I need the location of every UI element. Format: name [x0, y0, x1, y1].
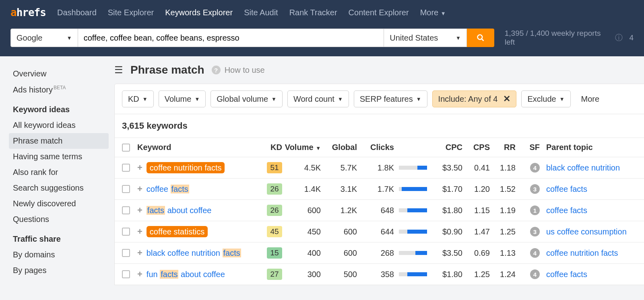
row-checkbox[interactable]: [122, 185, 130, 193]
country-select[interactable]: United States ▼: [384, 29, 467, 47]
sidebar-item-newly-discovered[interactable]: Newly discovered: [9, 196, 109, 212]
row-checkbox[interactable]: [122, 164, 130, 172]
sidebar-item-search-suggestions[interactable]: Search suggestions: [9, 180, 109, 196]
col-cpc[interactable]: CPC: [428, 143, 462, 152]
chevron-down-icon: ▼: [194, 96, 200, 102]
cell-cps: 1.47: [463, 227, 490, 236]
chevron-down-icon: ▼: [416, 96, 421, 102]
row-checkbox[interactable]: [122, 228, 130, 236]
expand-icon[interactable]: +: [137, 269, 142, 279]
keyword-search-input[interactable]: [78, 29, 384, 47]
col-kd[interactable]: KD: [255, 143, 282, 152]
parent-topic-link[interactable]: coffee facts: [546, 185, 587, 193]
svg-point-0: [477, 35, 482, 40]
col-keyword[interactable]: Keyword: [137, 143, 254, 152]
main-content: ☰ Phrase match ? How to use KD ▼Volume ▼…: [109, 56, 644, 285]
filter-kd[interactable]: KD ▼: [122, 90, 154, 107]
col-volume[interactable]: Volume ▼: [283, 143, 321, 152]
keyword-count: 3,615 keywords: [114, 114, 644, 138]
kd-badge: 26: [267, 205, 282, 216]
top-nav: ahrefs DashboardSite ExplorerKeywords Ex…: [0, 0, 644, 25]
clicks-bar: [399, 272, 427, 276]
chevron-down-icon: ▼: [456, 35, 461, 41]
filter-volume[interactable]: Volume ▼: [159, 90, 206, 107]
row-checkbox[interactable]: [122, 249, 130, 257]
page-title: Phrase match: [130, 64, 204, 76]
keyword-link[interactable]: coffee statistics: [147, 227, 208, 236]
sidebar-heading-keyword-ideas: Keyword ideas: [9, 98, 109, 117]
cell-volume: 450: [283, 227, 321, 236]
parent-topic-link[interactable]: black coffee nutrition: [546, 163, 620, 172]
cell-cps: 0.41: [463, 163, 490, 173]
cell-global: 600: [322, 249, 357, 258]
expand-icon[interactable]: +: [137, 162, 142, 173]
filter-serp-features[interactable]: SERP features ▼: [354, 90, 427, 107]
col-rr[interactable]: RR: [491, 143, 516, 152]
help-icon[interactable]: ⓘ: [615, 33, 623, 43]
clicks-bar: [399, 166, 427, 170]
col-clicks[interactable]: Clicks: [358, 143, 394, 152]
nav-content-explorer[interactable]: Content Explorer: [349, 8, 409, 17]
filter-word-count[interactable]: Word count ▼: [287, 90, 349, 107]
expand-icon[interactable]: +: [137, 248, 142, 258]
chevron-down-icon: ▼: [67, 35, 72, 41]
close-icon[interactable]: ✕: [503, 94, 510, 104]
col-sf[interactable]: SF: [516, 143, 540, 152]
search-button[interactable]: [467, 29, 494, 47]
expand-icon[interactable]: +: [137, 226, 142, 237]
nav-keywords-explorer[interactable]: Keywords Explorer: [165, 8, 233, 17]
table-row: +coffee statistics45450600644$0.901.471.…: [115, 221, 644, 242]
chevron-down-icon: ▼: [142, 96, 148, 102]
keyword-link[interactable]: facts about coffee: [147, 206, 212, 215]
expand-icon[interactable]: +: [137, 205, 142, 216]
filter-more[interactable]: More: [576, 90, 605, 107]
filter-include[interactable]: Include: Any of 4 ✕: [432, 90, 517, 107]
cell-cpc: $0.90: [428, 227, 462, 236]
cell-clicks: 1.8K: [358, 163, 394, 173]
filter-global-volume[interactable]: Global volume ▼: [211, 90, 283, 107]
nav-site-explorer[interactable]: Site Explorer: [108, 8, 154, 17]
parent-topic-link[interactable]: coffee nutrition facts: [546, 249, 618, 257]
sidebar-item-overview[interactable]: Overview: [9, 66, 109, 82]
cell-cps: 0.69: [463, 249, 490, 258]
keyword-link[interactable]: coffee nutrition facts: [147, 163, 225, 173]
sidebar-item-ads-history[interactable]: Ads historyBETA: [9, 82, 109, 98]
col-cps[interactable]: CPS: [463, 143, 490, 152]
col-global[interactable]: Global: [322, 143, 357, 152]
col-parent[interactable]: Parent topic: [541, 143, 644, 152]
sidebar-item-by-pages[interactable]: By pages: [9, 263, 109, 278]
cell-rr: 1.24: [491, 270, 516, 279]
select-all-checkbox[interactable]: [122, 144, 130, 152]
cell-rr: 1.25: [491, 227, 516, 236]
keyword-link[interactable]: fun facts about coffee: [147, 270, 225, 279]
expand-icon[interactable]: +: [137, 184, 142, 194]
filter-exclude[interactable]: Exclude▼: [521, 90, 570, 107]
parent-topic-link[interactable]: coffee facts: [546, 206, 587, 215]
sidebar-item-all-keyword-ideas[interactable]: All keyword ideas: [9, 117, 109, 133]
nav-more[interactable]: More ▼: [420, 8, 446, 17]
parent-topic-link[interactable]: us coffee consumption: [546, 227, 627, 236]
nav-site-audit[interactable]: Site Audit: [244, 8, 278, 17]
cell-volume: 300: [283, 270, 321, 279]
sidebar-item-questions[interactable]: Questions: [9, 212, 109, 227]
search-engine-select[interactable]: Google ▼: [10, 29, 78, 47]
sort-desc-icon: ▼: [316, 145, 321, 151]
row-checkbox[interactable]: [122, 270, 130, 278]
cell-clicks: 268: [358, 249, 394, 258]
cell-cpc: $1.80: [428, 270, 462, 279]
logo[interactable]: ahrefs: [10, 6, 46, 18]
row-checkbox[interactable]: [122, 206, 130, 214]
nav-rank-tracker[interactable]: Rank Tracker: [289, 8, 337, 17]
keyword-link[interactable]: coffee facts: [147, 185, 189, 194]
clicks-bar: [399, 187, 427, 191]
sidebar-item-by-domains[interactable]: By domains: [9, 247, 109, 263]
sidebar-item-also-rank-for[interactable]: Also rank for: [9, 164, 109, 180]
nav-dashboard[interactable]: Dashboard: [57, 8, 97, 17]
how-to-use-link[interactable]: ? How to use: [212, 66, 265, 75]
kd-badge: 15: [267, 247, 282, 259]
sidebar-item-phrase-match[interactable]: Phrase match: [9, 133, 109, 149]
parent-topic-link[interactable]: coffee facts: [546, 270, 587, 279]
keyword-link[interactable]: black coffee nutrition facts: [147, 249, 241, 258]
sidebar-item-having-same-terms[interactable]: Having same terms: [9, 149, 109, 164]
menu-icon[interactable]: ☰: [114, 64, 123, 76]
